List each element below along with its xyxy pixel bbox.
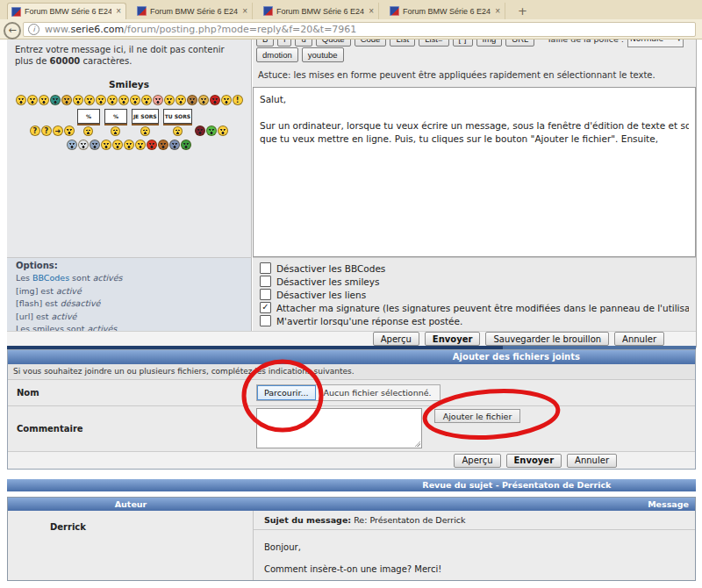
option-text: est <box>33 312 52 321</box>
smiley-face-icon <box>111 126 120 136</box>
bbcode-button[interactable]: List= <box>419 39 448 47</box>
smiley-icon[interactable] <box>147 140 157 150</box>
browser-tab[interactable]: Forum BMW Série 6 E24 • Af× <box>260 3 379 19</box>
cancel-button[interactable]: Annuler <box>614 332 664 346</box>
smiley-icon[interactable] <box>50 95 61 105</box>
comment-textarea[interactable] <box>256 408 422 448</box>
bbcode-button[interactable]: B <box>256 39 274 47</box>
sign-smiley-icon[interactable]: TU SORS <box>163 109 192 136</box>
smiley-icon[interactable] <box>124 140 134 150</box>
bbcode-button[interactable]: List <box>390 39 415 47</box>
checkbox[interactable] <box>260 315 271 326</box>
smiley-icon[interactable] <box>118 95 129 105</box>
checkbox-label: M'avertir lorsqu'une réponse est postée. <box>276 316 462 326</box>
option-keyword[interactable]: BBCodes <box>32 273 69 283</box>
preview-button[interactable]: Aperçu <box>454 454 500 468</box>
bbcode-button[interactable]: [*] <box>453 39 473 47</box>
submit-button[interactable]: Envoyer <box>425 332 481 346</box>
bbcode-button[interactable]: Code <box>355 39 387 47</box>
smiley-icon[interactable]: ? <box>41 125 52 136</box>
bbcode-button[interactable]: i <box>277 39 291 47</box>
attachments-intro: Si vous souhaitez joindre un ou plusieur… <box>8 364 695 380</box>
smiley-icon[interactable] <box>153 95 163 105</box>
smiley-icon[interactable] <box>16 95 26 105</box>
smiley-icon[interactable]: ! <box>233 95 243 105</box>
smiley-icon[interactable] <box>206 125 217 136</box>
checkbox[interactable] <box>260 276 271 287</box>
smiley-icon[interactable] <box>61 95 72 105</box>
url-text: www.serie6.com/forum/posting.php?mode=re… <box>45 24 356 35</box>
smiley-icon[interactable] <box>221 95 232 105</box>
preview-button[interactable]: Aperçu <box>373 332 419 346</box>
sign-board: JE SORS <box>132 109 159 124</box>
tab-close-icon[interactable]: × <box>241 7 248 16</box>
smiley-icon[interactable] <box>198 95 209 105</box>
resize-handle-icon[interactable] <box>414 441 420 447</box>
sign-smiley-icon[interactable]: % <box>104 109 127 136</box>
add-file-button[interactable]: Ajouter le fichier <box>434 409 520 423</box>
smiley-icon[interactable] <box>195 125 205 136</box>
smiley-icon[interactable] <box>107 95 118 105</box>
message-line: Salut, <box>260 93 689 106</box>
smiley-icon[interactable] <box>218 125 228 136</box>
bbcode-button[interactable]: u <box>295 39 312 47</box>
bbcode-button[interactable]: youtube <box>302 47 344 62</box>
smiley-icon[interactable]: ? <box>30 125 40 136</box>
bbcode-button[interactable]: URL <box>505 39 534 47</box>
sign-smiley-icon[interactable]: % <box>77 109 100 136</box>
bbcode-toolbar: BiuQuoteCodeListList=[*]ImgURL Taille de… <box>253 39 696 87</box>
smiley-icon[interactable] <box>64 125 75 136</box>
sign-smiley-icon[interactable]: JE SORS <box>132 109 159 136</box>
smiley-icon[interactable] <box>39 95 49 105</box>
tab-close-icon[interactable]: × <box>115 7 122 16</box>
tab-close-icon[interactable]: × <box>368 7 375 16</box>
smiley-icon[interactable] <box>176 95 186 105</box>
site-info-icon[interactable]: i <box>28 24 39 35</box>
save-draft-button[interactable]: Sauvegarder le brouillon <box>485 332 609 346</box>
smiley-icon[interactable] <box>130 95 140 105</box>
smiley-icon[interactable] <box>169 140 180 150</box>
smiley-icon[interactable] <box>84 95 95 105</box>
new-tab-button[interactable]: + <box>512 3 533 19</box>
message-textarea[interactable]: Salut, Sur un ordinateur, lorsque tu veu… <box>253 87 696 257</box>
browser-tab[interactable]: Forum BMW Série 6 E24 • Af× <box>386 3 505 19</box>
browser-tab[interactable]: Forum BMW Série 6 E24 • Af× <box>133 3 253 19</box>
smiley-icon[interactable] <box>112 140 123 150</box>
tab-close-icon[interactable]: × <box>494 7 501 16</box>
bbcode-button[interactable]: Quote <box>316 39 351 47</box>
smiley-icon[interactable] <box>27 95 38 105</box>
checkbox[interactable] <box>260 262 271 274</box>
back-button[interactable]: ← <box>4 22 21 39</box>
cancel-button[interactable]: Annuler <box>567 454 617 468</box>
smiley-icon[interactable] <box>164 95 175 105</box>
smiley-icon[interactable] <box>141 95 152 105</box>
bbcode-button[interactable]: dmotion <box>256 47 298 62</box>
smiley-icon[interactable] <box>135 140 146 150</box>
submit-button[interactable]: Envoyer <box>506 454 562 468</box>
browse-button[interactable]: Parcourir... <box>257 385 316 400</box>
smiley-row <box>15 140 243 150</box>
smiley-icon[interactable]: ➜ <box>53 125 63 136</box>
smiley-icon[interactable] <box>96 95 106 105</box>
file-input[interactable]: Parcourir... Aucun fichier sélectionné. <box>256 384 441 401</box>
option-status-value: activés <box>93 273 123 283</box>
option-status-line: Les BBCodes sont activés <box>16 272 242 285</box>
smiley-icon[interactable] <box>187 95 197 105</box>
smiley-icon[interactable] <box>90 140 100 150</box>
checkbox[interactable] <box>260 289 271 300</box>
smiley-icon[interactable] <box>210 95 220 105</box>
smiley-icon[interactable] <box>67 140 77 150</box>
file-name-row: Nom Parcourir... Aucun fichier sélection… <box>8 380 695 406</box>
smiley-icon[interactable] <box>73 95 83 105</box>
bbcode-button[interactable]: Img <box>476 39 503 47</box>
smiley-icon[interactable] <box>158 140 168 150</box>
smiley-icon[interactable] <box>78 140 89 150</box>
font-size-select[interactable]: Normale▾ <box>627 39 684 47</box>
review-message-cell: Sujet du message: Re: Présentaton de Der… <box>254 511 695 580</box>
smiley-icon[interactable] <box>101 140 111 150</box>
address-bar[interactable]: i www.serie6.com/forum/posting.php?mode=… <box>23 22 696 37</box>
checkbox[interactable]: ✓ <box>260 302 271 313</box>
smiley-icon[interactable] <box>181 140 191 150</box>
browser-tab[interactable]: Forum BMW Série 6 E24 • Ré× <box>7 3 126 19</box>
topic-review-header: Revue du sujet - Présentaton de Derrick <box>7 479 696 491</box>
